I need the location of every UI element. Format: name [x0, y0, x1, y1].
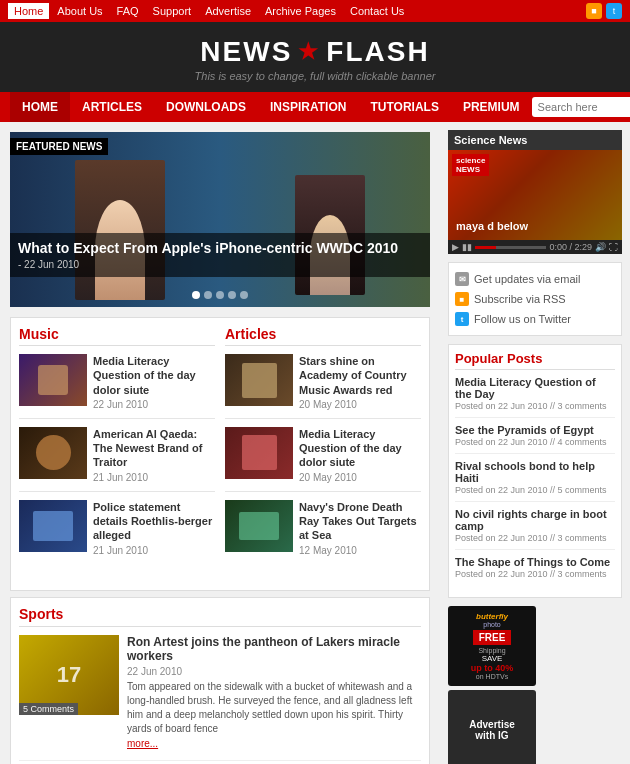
rss-social-icon: ■ [455, 292, 469, 306]
header-banner: NEWS ★ FLASH This is easy to change, ful… [0, 22, 630, 92]
twitter-social-icon: t [455, 312, 469, 326]
music-thumb-1 [19, 354, 87, 406]
nav-articles[interactable]: ARTICLES [70, 92, 154, 122]
nav-inspiration[interactable]: INSPIRATION [258, 92, 358, 122]
nav-home[interactable]: HOME [10, 92, 70, 122]
video-time: 0:00 / 2:29 [549, 242, 592, 252]
popular-post-3-title[interactable]: Rival schools bond to help Haiti [455, 460, 615, 484]
social-rss[interactable]: ■ Subscribe via RSS [455, 289, 615, 309]
sidebar-video-header: Science News [448, 130, 622, 150]
ad-hdtv-label: on HDTVs [476, 673, 508, 680]
top-icons: ■ t [586, 3, 622, 19]
sports-1-comments-badge: 5 Comments [19, 703, 78, 715]
article-1-date: 20 May 2010 [299, 399, 421, 410]
video-fullscreen-icon[interactable]: ⛶ [609, 242, 618, 252]
popular-post-4-title[interactable]: No civil rights charge in boot camp [455, 508, 615, 532]
popular-post-5-title[interactable]: The Shape of Things to Come [455, 556, 615, 568]
sidebar-video-box: Science News scienceNEWS maya d below ▶ … [448, 130, 622, 254]
social-rss-label: Subscribe via RSS [474, 293, 566, 305]
article-2: Media Literacy Question of the day dolor… [225, 427, 421, 492]
video-progress[interactable] [475, 246, 546, 249]
music-article-3-date: 21 Jun 2010 [93, 545, 215, 556]
dot-2[interactable] [204, 291, 212, 299]
article-3-date: 12 May 2010 [299, 545, 421, 556]
sidebar-video-subtitle: maya d below [456, 220, 528, 232]
top-nav-support[interactable]: Support [147, 3, 198, 19]
music-article-1-title[interactable]: Media Literacy Question of the day dolor… [93, 354, 215, 397]
nav-tutorials[interactable]: TUTORIALS [358, 92, 450, 122]
sidebar-social: ✉ Get updates via email ■ Subscribe via … [448, 262, 622, 336]
video-progress-fill [475, 246, 496, 249]
search-box[interactable]: 🔍 [532, 97, 630, 117]
ad-box-1[interactable]: butterfly photo FREE Shipping SAVE up to… [448, 606, 536, 686]
popular-post-3-meta: Posted on 22 Jun 2010 // 5 comments [455, 485, 615, 495]
sports-article-1-title[interactable]: Ron Artest joins the pantheon of Lakers … [127, 635, 421, 663]
video-volume-icon[interactable]: 🔊 [595, 242, 606, 252]
popular-post-1-title[interactable]: Media Literacy Question of the Day [455, 376, 615, 400]
video-play-icon[interactable]: ▶ [452, 242, 459, 252]
top-nav-home[interactable]: Home [8, 3, 49, 19]
top-nav-about[interactable]: About Us [51, 3, 108, 19]
popular-post-4: No civil rights charge in boot camp Post… [455, 508, 615, 550]
ad-shipping-label: Shipping [478, 647, 505, 654]
top-nav[interactable]: Home About Us FAQ Support Advertise Arch… [8, 3, 410, 19]
dot-1[interactable] [192, 291, 200, 299]
video-controls: ▶ ▮▮ 0:00 / 2:29 🔊 ⛶ [448, 240, 622, 254]
top-nav-archive[interactable]: Archive Pages [259, 3, 342, 19]
star-icon: ★ [298, 39, 320, 65]
social-email[interactable]: ✉ Get updates via email [455, 269, 615, 289]
music-article-3-info: Police statement details Roethlis-berger… [93, 500, 215, 556]
sports-thumb-1: 17 5 Comments [19, 635, 119, 715]
music-section: Music Media Literacy Question of the day… [19, 326, 215, 572]
featured-news: FEATURED NEWS What to Expect From Apple'… [10, 132, 430, 307]
top-nav-contact[interactable]: Contact Us [344, 3, 410, 19]
sidebar-video-img: scienceNEWS maya d below ▶ [448, 150, 622, 240]
sports-section: Sports 17 5 Comments Ron Artest joins th… [10, 597, 430, 764]
article-2-title[interactable]: Media Literacy Question of the day dolor… [299, 427, 421, 470]
music-article-3: Police statement details Roethlis-berger… [19, 500, 215, 564]
music-article-1-info: Media Literacy Question of the day dolor… [93, 354, 215, 410]
featured-label: FEATURED NEWS [10, 138, 108, 155]
music-article-3-title[interactable]: Police statement details Roethlis-berger… [93, 500, 215, 543]
popular-post-2: See the Pyramids of Egypt Posted on 22 J… [455, 424, 615, 454]
popular-post-1: Media Literacy Question of the Day Poste… [455, 376, 615, 418]
ad-free-label: FREE [473, 630, 512, 645]
sports-article-1-more[interactable]: more... [127, 738, 158, 749]
articles-section: Articles Stars shine on Academy of Count… [225, 326, 421, 572]
popular-post-4-meta: Posted on 22 Jun 2010 // 3 comments [455, 533, 615, 543]
nav-downloads[interactable]: DOWNLOADS [154, 92, 258, 122]
article-1-title[interactable]: Stars shine on Academy of Country Music … [299, 354, 421, 397]
social-twitter-label: Follow us on Twitter [474, 313, 571, 325]
email-icon: ✉ [455, 272, 469, 286]
article-thumb-1 [225, 354, 293, 406]
sports-article-1: 17 5 Comments Ron Artest joins the panth… [19, 635, 421, 761]
nav-premium[interactable]: PREMIUM [451, 92, 532, 122]
dot-3[interactable] [216, 291, 224, 299]
article-thumb-2 [225, 427, 293, 479]
dot-5[interactable] [240, 291, 248, 299]
article-thumb-3 [225, 500, 293, 552]
top-nav-faq[interactable]: FAQ [111, 3, 145, 19]
dot-4[interactable] [228, 291, 236, 299]
article-3-title[interactable]: Navy's Drone Death Ray Takes Out Targets… [299, 500, 421, 543]
music-article-2-title[interactable]: American Al Qaeda: The Newest Brand of T… [93, 427, 215, 470]
video-stop-icon[interactable]: ▮▮ [462, 242, 472, 252]
top-nav-advertise[interactable]: Advertise [199, 3, 257, 19]
rss-icon[interactable]: ■ [586, 3, 602, 19]
ad-percent-label: up to 40% [471, 663, 514, 673]
sports-section-title: Sports [19, 606, 421, 627]
popular-post-2-title[interactable]: See the Pyramids of Egypt [455, 424, 615, 436]
sidebar-popular: Popular Posts Media Literacy Question of… [448, 344, 622, 598]
ad-box-2[interactable]: Advertisewith IG [448, 690, 536, 764]
article-2-info: Media Literacy Question of the day dolor… [299, 427, 421, 483]
social-twitter[interactable]: t Follow us on Twitter [455, 309, 615, 329]
featured-title: What to Expect From Apple's iPhone-centr… [10, 233, 430, 277]
twitter-icon[interactable]: t [606, 3, 622, 19]
sports-article-1-date: 22 Jun 2010 [127, 666, 421, 677]
ad-save-label: SAVE [482, 654, 503, 663]
ad-ig-label: Advertisewith IG [469, 719, 515, 741]
sidebar: Science News scienceNEWS maya d below ▶ … [440, 122, 630, 764]
search-input[interactable] [538, 101, 630, 113]
main-nav: HOME ARTICLES DOWNLOADS INSPIRATION TUTO… [0, 92, 630, 122]
featured-image: FEATURED NEWS What to Expect From Apple'… [10, 132, 430, 307]
